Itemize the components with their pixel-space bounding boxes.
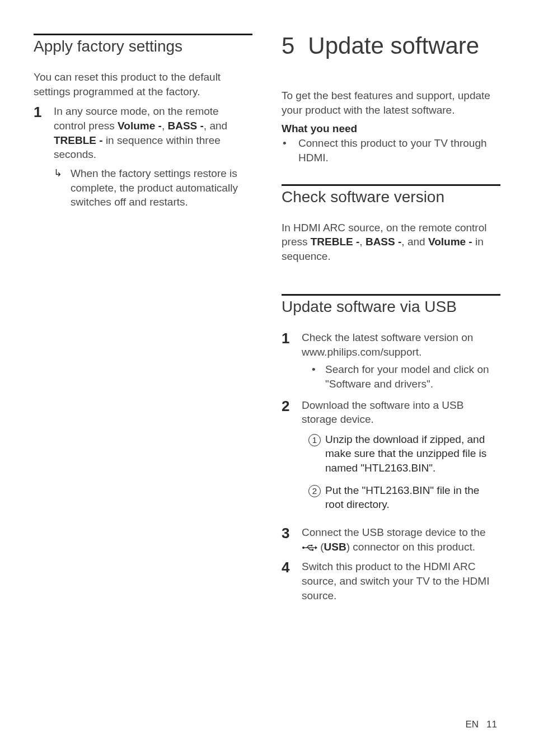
usb-step-1: 1 Check the latest software version on w…: [282, 330, 500, 393]
sub-text: Search for your model and click on "Soft…: [325, 362, 500, 391]
chapter-number: 5: [282, 34, 294, 58]
factory-intro-text: You can reset this product to the defaul…: [34, 70, 252, 99]
right-column: 5Update software To get the best feature…: [282, 34, 500, 608]
result-text: When the factory settings restore is com…: [71, 166, 252, 209]
sep: ,: [359, 236, 366, 248]
sep: , and: [204, 120, 227, 132]
substep-text: Put the "HTL2163.BIN" file in the root d…: [325, 483, 500, 512]
bullet-icon: •: [282, 136, 298, 165]
step-number: 1: [34, 104, 54, 209]
footer-language: EN: [465, 719, 479, 730]
svg-rect-4: [312, 549, 313, 550]
key-treble-minus: TREBLE -: [311, 236, 360, 248]
need-item: • Connect this product to your TV throug…: [282, 136, 500, 165]
step-number: 3: [282, 525, 302, 554]
key-volume-minus: Volume -: [428, 236, 472, 248]
key-volume-minus: Volume -: [118, 120, 162, 132]
step-body: In any source mode, on the remote contro…: [54, 104, 252, 209]
result-arrow-icon: ↳: [54, 166, 71, 209]
section-title-update-usb: Update software via USB: [282, 298, 500, 316]
left-column: Apply factory settings You can reset thi…: [34, 34, 252, 608]
key-treble-minus: TREBLE -: [54, 134, 103, 146]
step-body: Download the software into a USB storage…: [302, 398, 500, 520]
usb-step-3: 3 Connect the USB storage device to the: [282, 525, 500, 554]
two-column-layout: Apply factory settings You can reset thi…: [34, 34, 500, 608]
step-text: Switch this product to the HDMI ARC sour…: [302, 561, 489, 601]
step-body: Check the latest software version on www…: [302, 330, 500, 393]
factory-step-1: 1 In any source mode, on the remote cont…: [34, 104, 252, 209]
step2-substeps: 1 Unzip the download if zipped, and make…: [302, 432, 500, 512]
step1-sub-item: • Search for your model and click on "So…: [302, 362, 500, 391]
substep-text: Unzip the download if zipped, and make s…: [325, 432, 500, 475]
step-number: 4: [282, 559, 302, 603]
circled-number-icon: 2: [308, 483, 325, 512]
substep-2: 2 Put the "HTL2163.BIN" file in the root…: [308, 483, 500, 512]
what-you-need-list: • Connect this product to your TV throug…: [282, 136, 500, 165]
section-title-check-version: Check software version: [282, 188, 500, 206]
section-rule: [34, 34, 252, 35]
svg-point-3: [311, 544, 312, 546]
page-footer: EN11: [465, 719, 497, 730]
chapter-heading: 5Update software: [282, 34, 500, 58]
step-number: 2: [282, 398, 302, 520]
step-result: ↳ When the factory settings restore is c…: [54, 166, 252, 209]
usb-label: USB: [324, 541, 346, 553]
usb-steps: 1 Check the latest software version on w…: [282, 330, 500, 603]
bullet-icon: •: [312, 362, 325, 391]
section-rule: [282, 294, 500, 296]
need-item-text: Connect this product to your TV through …: [298, 136, 500, 165]
sep: , and: [401, 236, 428, 248]
step-body: Connect the USB storage device to the (U…: [302, 525, 500, 554]
circled-number-icon: 1: [308, 432, 325, 475]
factory-steps: 1 In any source mode, on the remote cont…: [34, 104, 252, 209]
key-bass-minus: BASS -: [366, 236, 401, 248]
step1-sublist: • Search for your model and click on "So…: [302, 362, 500, 391]
update-intro-text: To get the best features and support, up…: [282, 88, 500, 117]
section-title-factory: Apply factory settings: [34, 38, 252, 55]
sep: ,: [162, 120, 168, 132]
chapter-title: Update software: [308, 32, 479, 59]
usb-step-2: 2 Download the software into a USB stora…: [282, 398, 500, 520]
svg-marker-2: [315, 546, 317, 549]
step-body: Switch this product to the HDMI ARC sour…: [302, 559, 500, 603]
step-text: Download the software into a USB storage…: [302, 399, 463, 426]
manual-page: Apply factory settings You can reset thi…: [0, 0, 534, 756]
step-number: 1: [282, 330, 302, 393]
footer-page-number: 11: [486, 719, 497, 730]
section-rule: [282, 184, 500, 186]
key-bass-minus: BASS -: [167, 120, 203, 132]
what-you-need-label: What you need: [282, 123, 500, 135]
substep-1: 1 Unzip the download if zipped, and make…: [308, 432, 500, 475]
step-text: Check the latest software version on www…: [302, 332, 473, 358]
step-text: ) connector on this product.: [346, 541, 475, 553]
step-text: Connect the USB storage device to the: [302, 526, 485, 538]
check-version-text: In HDMI ARC source, on the remote contro…: [282, 221, 500, 264]
usb-icon: [302, 544, 317, 552]
usb-step-4: 4 Switch this product to the HDMI ARC so…: [282, 559, 500, 603]
